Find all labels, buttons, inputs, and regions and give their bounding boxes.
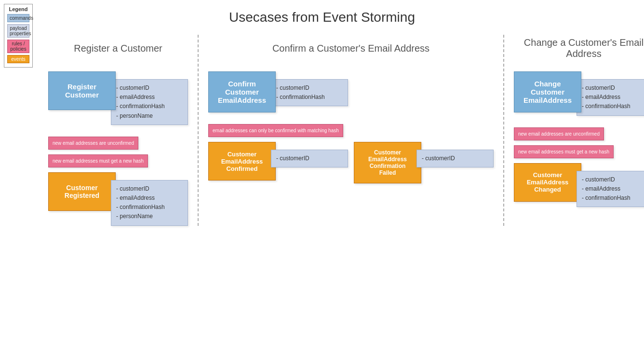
confirm-command-section: ConfirmCustomerEmailAddress - customerID…	[208, 71, 494, 112]
legend-commands-item: commands	[7, 14, 29, 22]
page-title: Usecases from Event Storming	[0, 0, 644, 30]
change-events-section: CustomerEmailAddressChanged - customerID…	[514, 163, 644, 208]
column-register: Register a Customer RegisterCustomer - c…	[39, 35, 198, 226]
register-rule-1: new email addresses are unconfirmed	[48, 137, 138, 150]
legend-commands-label: commands	[7, 14, 29, 22]
legend-events-label: events	[7, 55, 29, 63]
change-payload-card: - customerID- emailAddress- confirmation…	[577, 79, 644, 116]
register-command-section: RegisterCustomer - customerID- emailAddr…	[48, 71, 188, 125]
change-command-payload: ChangeCustomerEmailAddress - customerID-…	[514, 71, 644, 116]
change-rule-1: new email addresses are unconfirmed	[514, 127, 604, 140]
legend-payload-label: payload properties	[7, 24, 29, 38]
change-command-section: ChangeCustomerEmailAddress - customerID-…	[514, 71, 644, 116]
confirm-event-1-wrapper: CustomerEmailAddressConfirmed - customer…	[208, 142, 348, 183]
register-event-1: CustomerRegistered - customerID- emailAd…	[48, 172, 188, 226]
column-register-title: Register a Customer	[48, 35, 188, 62]
change-event-1: CustomerEmailAddressChanged - customerID…	[514, 163, 644, 208]
column-change-title: Change a Customer's Email Address	[514, 35, 644, 62]
main-content: Register a Customer RegisterCustomer - c…	[0, 30, 644, 236]
register-event-card-1: CustomerRegistered	[48, 172, 116, 211]
confirm-event-payload-2: - customerID	[416, 150, 494, 167]
confirm-events-row: CustomerEmailAddressConfirmed - customer…	[208, 142, 494, 183]
confirm-event-card-1: CustomerEmailAddressConfirmed	[208, 142, 276, 180]
confirm-command-payload: ConfirmCustomerEmailAddress - customerID…	[208, 71, 348, 112]
register-rule-2: new email addresses must get a new hash	[48, 154, 148, 167]
confirm-payload-card: - customerID- confirmationHash	[271, 79, 348, 106]
register-rules-row: new email addresses are unconfirmed new …	[48, 137, 188, 167]
register-command-card: RegisterCustomer	[48, 71, 116, 110]
confirm-rules-row: email addresses can only be confirmed wi…	[208, 124, 494, 137]
legend-rules-label: rules / policies	[7, 40, 29, 53]
change-rules-row: new email addresses are unconfirmed new …	[514, 127, 644, 158]
confirm-rule-1: email addresses can only be confirmed wi…	[208, 124, 343, 137]
legend-events-item: events	[7, 55, 29, 63]
legend-rules-item: rules / policies	[7, 40, 29, 53]
change-event-payload-1: - customerID- emailAddress- confirmation…	[577, 171, 644, 208]
column-confirm: Confirm a Customer's Email Address Confi…	[199, 35, 503, 226]
change-event-card-1: CustomerEmailAddressChanged	[514, 163, 581, 202]
legend: Legend commands payload properties rules…	[4, 4, 33, 68]
confirm-event-card-2: CustomerEmailAddressConfirmationFailed	[354, 142, 421, 183]
column-confirm-title: Confirm a Customer's Email Address	[208, 35, 494, 62]
register-payload-card: - customerID- emailAddress- confirmation…	[111, 79, 188, 125]
legend-payload-item: payload properties	[7, 24, 29, 38]
register-command-payload: RegisterCustomer - customerID- emailAddr…	[48, 71, 188, 125]
change-command-card: ChangeCustomerEmailAddress	[514, 71, 581, 112]
change-rule-2: new email addresses must get a new hash	[514, 145, 614, 158]
register-events-section: CustomerRegistered - customerID- emailAd…	[48, 172, 188, 226]
register-event-payload-1: - customerID- emailAddress- confirmation…	[111, 180, 188, 226]
confirm-event-payload-1: - customerID	[271, 150, 348, 167]
confirm-command-card: ConfirmCustomerEmailAddress	[208, 71, 276, 112]
confirm-events-section: CustomerEmailAddressConfirmed - customer…	[208, 142, 494, 183]
column-change: Change a Customer's Email Address Change…	[504, 35, 644, 226]
confirm-event-2-wrapper: CustomerEmailAddressConfirmationFailed -…	[354, 142, 494, 183]
legend-title: Legend	[7, 6, 29, 12]
